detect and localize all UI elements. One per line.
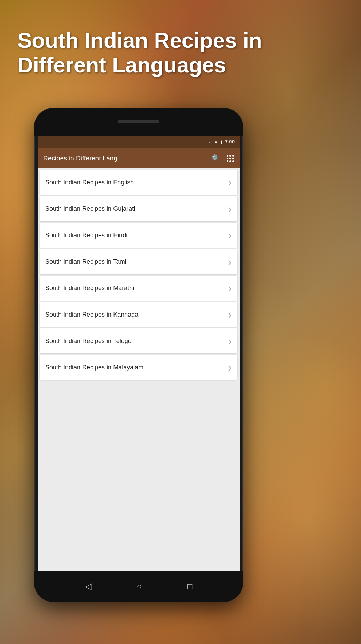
phone-frame: ⬦ ▲ ▮ 7:00 Recipes in Different Lang... … <box>34 108 243 602</box>
phone-top <box>34 108 243 136</box>
list-item-label: South Indian Recipes in Hindi <box>45 232 228 239</box>
list-item-label: South Indian Recipes in Kannada <box>45 311 228 318</box>
grid-dot-6 <box>232 158 234 159</box>
app-bar-actions: 🔍 <box>212 154 234 162</box>
list-item[interactable]: South Indian Recipes in Marathi› <box>40 276 237 301</box>
language-list: South Indian Recipes in English›South In… <box>38 168 240 571</box>
list-item[interactable]: South Indian Recipes in Gujarati› <box>40 196 237 221</box>
phone-speaker <box>118 120 159 123</box>
list-item-label: South Indian Recipes in Tamil <box>45 258 228 265</box>
recent-button[interactable]: □ <box>187 581 193 591</box>
list-item[interactable]: South Indian Recipes in Tamil› <box>40 249 237 274</box>
chevron-right-icon: › <box>228 202 232 215</box>
wifi-icon: ⬦ <box>209 139 212 144</box>
back-button[interactable]: ◁ <box>85 581 91 591</box>
grid-dot-8 <box>229 160 231 162</box>
battery-icon: ▮ <box>220 139 223 144</box>
app-bar-title: Recipes in Different Lang... <box>43 154 207 162</box>
grid-dot-3 <box>232 155 234 157</box>
list-item[interactable]: South Indian Recipes in Kannada› <box>40 302 237 327</box>
phone-screen: ⬦ ▲ ▮ 7:00 Recipes in Different Lang... … <box>38 135 240 571</box>
grid-dot-9 <box>232 160 234 162</box>
search-icon[interactable]: 🔍 <box>212 154 220 162</box>
chevron-right-icon: › <box>228 308 232 321</box>
grid-dot-4 <box>227 158 228 159</box>
grid-menu-icon[interactable] <box>227 155 234 162</box>
chevron-right-icon: › <box>228 282 232 295</box>
list-item-label: South Indian Recipes in Malayalam <box>45 364 228 371</box>
app-bar: Recipes in Different Lang... 🔍 <box>38 148 240 168</box>
chevron-right-icon: › <box>228 255 232 268</box>
list-item-label: South Indian Recipes in Marathi <box>45 285 228 292</box>
home-button[interactable]: ○ <box>137 581 142 591</box>
grid-dot-7 <box>227 160 228 162</box>
phone-bottom-nav: ◁ ○ □ <box>34 571 243 602</box>
signal-icon: ▲ <box>214 139 218 144</box>
chevron-right-icon: › <box>228 176 232 189</box>
list-item[interactable]: South Indian Recipes in Telugu› <box>40 328 237 353</box>
grid-dot-5 <box>229 158 231 159</box>
list-item-label: South Indian Recipes in Telugu <box>45 337 228 345</box>
list-item[interactable]: South Indian Recipes in English› <box>40 170 237 195</box>
grid-dot-2 <box>229 155 231 157</box>
grid-dot-1 <box>227 155 228 157</box>
chevron-right-icon: › <box>228 229 232 242</box>
status-icons: ⬦ ▲ ▮ 7:00 <box>209 139 235 144</box>
list-item[interactable]: South Indian Recipes in Malayalam› <box>40 355 237 380</box>
chevron-right-icon: › <box>228 335 232 348</box>
list-item[interactable]: South Indian Recipes in Hindi› <box>40 223 237 248</box>
list-item-label: South Indian Recipes in English <box>45 179 228 186</box>
chevron-right-icon: › <box>228 361 232 374</box>
list-item-label: South Indian Recipes in Gujarati <box>45 205 228 213</box>
status-time: 7:00 <box>225 139 235 144</box>
status-bar: ⬦ ▲ ▮ 7:00 <box>38 135 240 148</box>
page-title: South Indian Recipes inDifferent Languag… <box>17 28 344 78</box>
